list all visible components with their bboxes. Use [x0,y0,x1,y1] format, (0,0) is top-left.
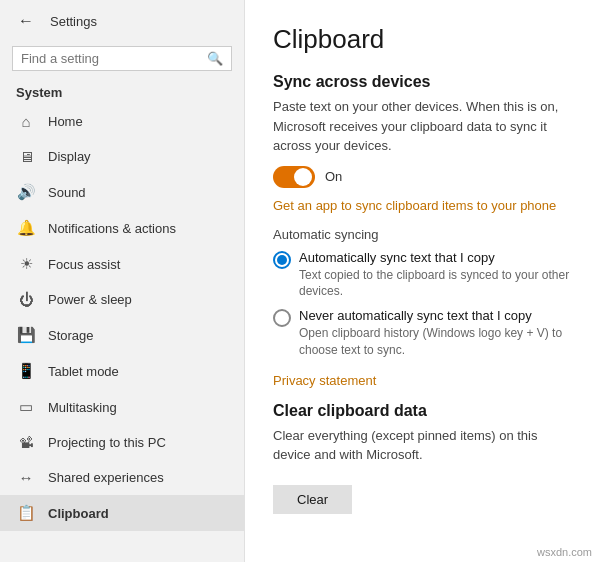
sidebar-item-label: Power & sleep [48,292,132,307]
sidebar-title: Settings [50,14,97,29]
clear-button[interactable]: Clear [273,485,352,514]
power-icon: ⏻ [16,291,36,308]
toggle-label: On [325,169,342,184]
radio-auto-sub: Text copied to the clipboard is synced t… [299,267,572,301]
sidebar-item-label: Shared experiences [48,470,164,485]
notifications-icon: 🔔 [16,219,36,237]
sidebar-item-sound[interactable]: 🔊 Sound [0,174,244,210]
sidebar-item-display[interactable]: 🖥 Display [0,139,244,174]
clear-description: Clear everything (except pinned items) o… [273,426,572,465]
sidebar-item-label: Home [48,114,83,129]
sidebar-item-power[interactable]: ⏻ Power & sleep [0,282,244,317]
sidebar-item-label: Projecting to this PC [48,435,166,450]
system-section-label: System [0,79,244,104]
sidebar-item-label: Notifications & actions [48,221,176,236]
sidebar-item-tablet[interactable]: 📱 Tablet mode [0,353,244,389]
radio-auto-selected[interactable] [273,251,291,269]
sidebar-item-clipboard[interactable]: 📋 Clipboard [0,495,244,531]
radio-never-text: Never automatically sync text that I cop… [299,308,572,359]
radio-auto-main: Automatically sync text that I copy [299,250,572,265]
sidebar: ← Settings 🔍 System ⌂ Home 🖥 Display 🔊 S… [0,0,245,562]
shared-icon: ↔ [16,469,36,486]
display-icon: 🖥 [16,148,36,165]
radio-never-main: Never automatically sync text that I cop… [299,308,572,323]
sidebar-item-projecting[interactable]: 📽 Projecting to this PC [0,425,244,460]
page-title: Clipboard [273,24,572,55]
auto-sync-label: Automatic syncing [273,227,572,242]
clipboard-icon: 📋 [16,504,36,522]
sidebar-item-label: Focus assist [48,257,120,272]
sidebar-item-label: Clipboard [48,506,109,521]
search-icon: 🔍 [207,51,223,66]
sound-icon: 🔊 [16,183,36,201]
sidebar-item-label: Tablet mode [48,364,119,379]
sidebar-item-notifications[interactable]: 🔔 Notifications & actions [0,210,244,246]
radio-never-unselected[interactable] [273,309,291,327]
sync-description: Paste text on your other devices. When t… [273,97,572,156]
tablet-icon: 📱 [16,362,36,380]
sync-toggle[interactable] [273,166,315,188]
radio-never-sub: Open clipboard history (Windows logo key… [299,325,572,359]
sidebar-item-label: Storage [48,328,94,343]
sidebar-item-focus[interactable]: ☀ Focus assist [0,246,244,282]
sync-app-link[interactable]: Get an app to sync clipboard items to yo… [273,198,572,213]
storage-icon: 💾 [16,326,36,344]
sidebar-item-label: Multitasking [48,400,117,415]
toggle-row: On [273,166,572,188]
search-box[interactable]: 🔍 [12,46,232,71]
toggle-knob [294,168,312,186]
sidebar-item-multitasking[interactable]: ▭ Multitasking [0,389,244,425]
watermark: wsxdn.com [537,546,592,558]
search-input[interactable] [21,51,201,66]
sidebar-item-storage[interactable]: 💾 Storage [0,317,244,353]
sidebar-item-label: Display [48,149,91,164]
main-content: Clipboard Sync across devices Paste text… [245,0,600,562]
home-icon: ⌂ [16,113,36,130]
sidebar-item-home[interactable]: ⌂ Home [0,104,244,139]
focus-icon: ☀ [16,255,36,273]
sidebar-header: ← Settings [0,0,244,42]
multitasking-icon: ▭ [16,398,36,416]
back-button[interactable]: ← [12,10,40,32]
radio-option-never: Never automatically sync text that I cop… [273,308,572,359]
privacy-link[interactable]: Privacy statement [273,373,572,388]
sidebar-item-label: Sound [48,185,86,200]
sync-section-heading: Sync across devices [273,73,572,91]
clear-section-heading: Clear clipboard data [273,402,572,420]
projecting-icon: 📽 [16,434,36,451]
radio-auto-text: Automatically sync text that I copy Text… [299,250,572,301]
radio-option-auto: Automatically sync text that I copy Text… [273,250,572,301]
sidebar-item-shared[interactable]: ↔ Shared experiences [0,460,244,495]
